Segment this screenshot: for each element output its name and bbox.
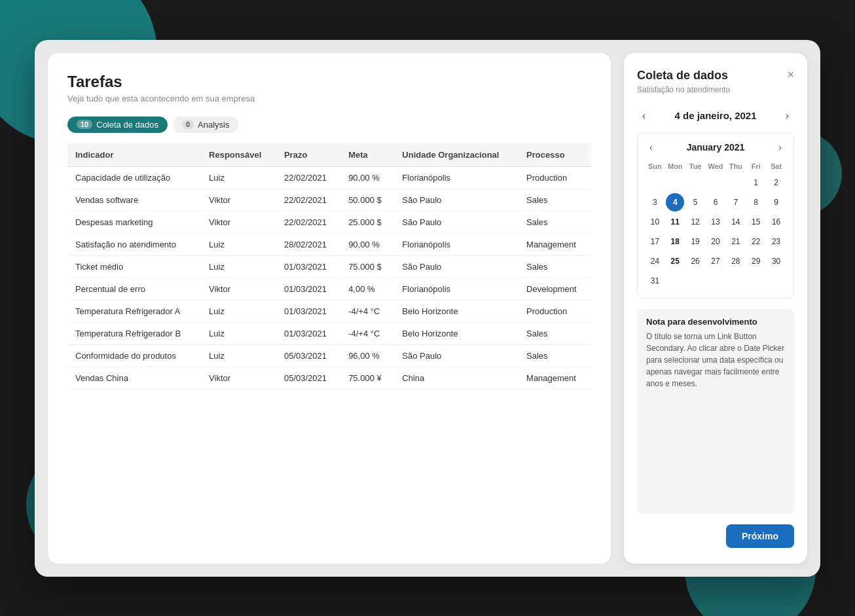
calendar-day[interactable]: 2 [767, 173, 786, 192]
table-cell: Viktor [201, 189, 276, 211]
prev-date-button[interactable]: ‹ [637, 107, 651, 124]
calendar-day[interactable]: 30 [767, 252, 786, 270]
calendar-day[interactable]: 15 [747, 213, 765, 231]
table-row[interactable]: Satisfação no atendimentoLuiz28/02/20219… [67, 233, 591, 255]
calendar-header: ‹ January 2021 › [646, 141, 786, 154]
page-subtitle: Veja tudo que esta acontecendo em sua em… [67, 94, 591, 103]
table-row[interactable]: Temperatura Refrigerador ALuiz01/03/2021… [67, 300, 591, 322]
table-cell: Sales [518, 255, 591, 278]
tab-label-coleta: Coleta de dados [96, 120, 158, 130]
calendar-day[interactable]: 16 [767, 213, 786, 231]
calendar-day-header: Sat [767, 160, 786, 172]
table-cell: Vendas software [67, 189, 201, 211]
calendar-day[interactable]: 21 [727, 232, 745, 251]
table-row[interactable]: Conformidade do produtosLuiz05/03/202196… [67, 344, 591, 367]
calendar-day [747, 272, 765, 290]
calendar-day[interactable]: 24 [646, 252, 664, 270]
table-cell: 05/03/2021 [276, 367, 340, 389]
tab-analysis[interactable]: 0 Analysis [173, 117, 239, 133]
calendar-day-header: Tue [686, 160, 705, 172]
table-cell: 4,00 % [340, 278, 394, 300]
calendar-day[interactable]: 26 [686, 252, 704, 270]
calendar-day[interactable]: 14 [727, 213, 745, 231]
table-cell: Satisfação no atendimento [67, 233, 201, 255]
table-cell: Florianópolis [394, 233, 518, 255]
col-header-prazo: Prazo [276, 143, 340, 167]
col-header-processo: Processo [518, 143, 591, 167]
table-cell: 28/02/2021 [276, 233, 340, 255]
col-header-meta: Meta [340, 143, 394, 167]
calendar-month-year[interactable]: January 2021 [687, 142, 745, 153]
close-button[interactable]: × [787, 69, 794, 81]
table-row[interactable]: Ticket médioLuiz01/03/202175.000 $São Pa… [67, 255, 591, 278]
right-panel: Coleta de dados × Satisfação no atendime… [624, 53, 807, 564]
table-cell: Vendas China [67, 367, 201, 389]
calendar-day[interactable]: 5 [686, 193, 704, 211]
calendar-day[interactable]: 4 [666, 193, 684, 211]
tab-coleta-de-dados[interactable]: 10 Coleta de dados [67, 117, 168, 133]
table-cell: Management [518, 233, 591, 255]
calendar-next-button[interactable]: › [774, 141, 786, 154]
table-cell: China [394, 367, 518, 389]
calendar-day[interactable]: 12 [686, 213, 704, 231]
calendar-day[interactable]: 10 [646, 213, 664, 231]
table-cell: Production [518, 166, 591, 189]
col-header-indicador: Indicador [67, 143, 201, 167]
calendar-day[interactable]: 25 [666, 252, 684, 270]
calendar-day[interactable]: 31 [646, 272, 664, 290]
calendar-day[interactable]: 23 [767, 232, 786, 251]
calendar-day [727, 272, 745, 290]
calendar-container: ‹ January 2021 › SunMonTueWedThuFriSat12… [637, 132, 794, 299]
table-cell: -4/+4 °C [340, 322, 394, 344]
table-cell: Temperatura Refrigerador A [67, 300, 201, 322]
calendar-day [706, 173, 725, 192]
table-cell: São Paulo [394, 211, 518, 233]
next-date-button[interactable]: › [780, 107, 794, 124]
next-button[interactable]: Próximo [726, 524, 794, 548]
calendar-day[interactable]: 29 [747, 252, 765, 270]
calendar-day[interactable]: 1 [747, 173, 765, 192]
calendar-day[interactable]: 9 [767, 193, 786, 211]
note-box: Nota para desenvolvimento O título se to… [637, 309, 794, 514]
note-text: O título se torna um Link Button Seconda… [646, 331, 785, 390]
calendar-day[interactable]: 13 [706, 213, 725, 231]
calendar-day[interactable]: 18 [666, 232, 684, 251]
calendar-day[interactable]: 27 [706, 252, 725, 270]
table-cell: 90,00 % [340, 166, 394, 189]
calendar-day[interactable]: 28 [727, 252, 745, 270]
main-container: Tarefas Veja tudo que esta acontecendo e… [35, 40, 820, 577]
calendar-day[interactable]: 6 [706, 193, 725, 211]
table-row[interactable]: Vendas ChinaViktor05/03/202175.000 ¥Chin… [67, 367, 591, 389]
calendar-day [666, 173, 684, 192]
calendar-day[interactable]: 17 [646, 232, 664, 251]
tab-label-analysis: Analysis [198, 120, 229, 130]
calendar-day[interactable]: 3 [646, 193, 664, 211]
calendar-prev-button[interactable]: ‹ [646, 141, 657, 154]
table-cell: 22/02/2021 [276, 211, 340, 233]
calendar-day [706, 272, 725, 290]
calendar-day[interactable]: 7 [727, 193, 745, 211]
calendar-day[interactable]: 19 [686, 232, 704, 251]
note-title: Nota para desenvolvimento [646, 317, 785, 327]
table-row[interactable]: Despesas marketingViktor22/02/202125.000… [67, 211, 591, 233]
tab-badge-analysis: 0 [182, 120, 194, 129]
table-cell: Luiz [201, 344, 276, 367]
calendar-day[interactable]: 20 [706, 232, 725, 251]
page-title: Tarefas [67, 73, 591, 91]
date-display[interactable]: 4 de janeiro, 2021 [674, 110, 756, 121]
table-cell: Viktor [201, 367, 276, 389]
table-cell: Luiz [201, 166, 276, 189]
table-row[interactable]: Temperatura Refrigerador BLuiz01/03/2021… [67, 322, 591, 344]
table-cell: São Paulo [394, 344, 518, 367]
calendar-day[interactable]: 11 [666, 213, 684, 231]
table-row[interactable]: Capacidade de utilizaçãoLuiz22/02/202190… [67, 166, 591, 189]
table-row[interactable]: Percentual de erroViktor01/03/20214,00 %… [67, 278, 591, 300]
table-row[interactable]: Vendas softwareViktor22/02/202150.000 $S… [67, 189, 591, 211]
table-cell: Belo Horizonte [394, 300, 518, 322]
table-cell: -4/+4 °C [340, 300, 394, 322]
table-cell: Luiz [201, 233, 276, 255]
calendar-day-header: Fri [746, 160, 765, 172]
calendar-day[interactable]: 22 [747, 232, 765, 251]
table-cell: Sales [518, 322, 591, 344]
calendar-day[interactable]: 8 [747, 193, 765, 211]
